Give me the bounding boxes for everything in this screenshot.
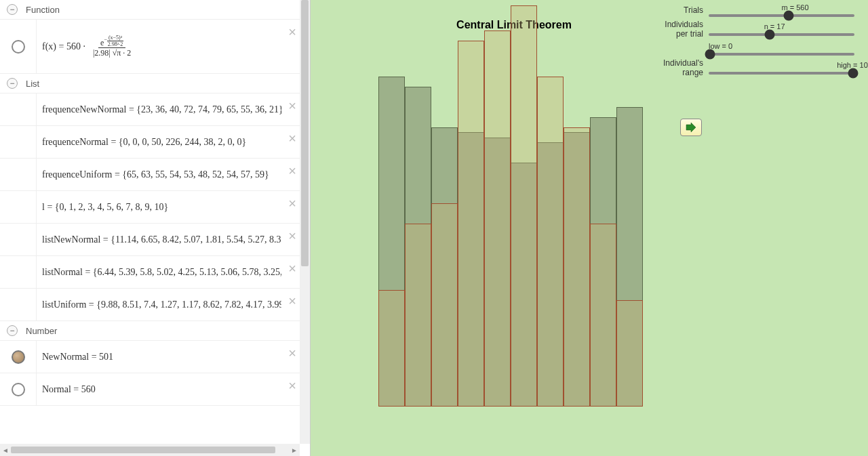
- list-expression: listUniform = {9.88, 8.51, 7.4, 1.27, 1.…: [37, 293, 281, 317]
- list-row[interactable]: listNormal = {6.44, 5.39, 5.8, 5.02, 4.2…: [0, 256, 302, 289]
- slider-track[interactable]: [709, 72, 854, 75]
- close-icon[interactable]: ×: [288, 196, 296, 210]
- list-row[interactable]: frequenceUniform = {65, 63, 55, 54, 53, …: [0, 159, 302, 191]
- number-expression: Normal = 560: [37, 377, 281, 402]
- list-row[interactable]: frequenceNewNormal = {23, 36, 40, 72, 74…: [0, 94, 302, 126]
- slider-high: Individual's range high = 10: [651, 58, 854, 77]
- slider-track[interactable]: [709, 53, 854, 56]
- close-icon[interactable]: ×: [288, 164, 296, 178]
- scrollbar-thumb[interactable]: [301, 0, 309, 266]
- close-icon[interactable]: ×: [288, 294, 296, 308]
- scroll-left-icon[interactable]: ◄: [0, 447, 11, 454]
- slider-trials: Trials m = 560: [651, 3, 854, 17]
- section-number-header[interactable]: − Number: [0, 321, 302, 341]
- close-icon[interactable]: ×: [288, 379, 296, 392]
- row-spacer: [0, 159, 37, 190]
- slider-label: Individual's range: [651, 58, 709, 77]
- graphics-view[interactable]: Central Limit Theorem Trials m = 560 Ind…: [311, 0, 868, 456]
- list-expression: l = {0, 1, 2, 3, 4, 5, 6, 7, 8, 9, 10}: [37, 195, 281, 220]
- bar-newnormal: [616, 300, 643, 407]
- bar-newnormal: [484, 30, 511, 407]
- close-icon[interactable]: ×: [288, 346, 296, 360]
- bar-newnormal: [511, 5, 537, 407]
- bar-newnormal: [405, 224, 431, 407]
- slider-thumb[interactable]: [765, 30, 775, 40]
- collapse-icon[interactable]: −: [7, 4, 18, 15]
- bar-newnormal: [537, 77, 564, 407]
- function-definition-row[interactable]: f(x) = 560 · e−(x−5)²2.98²·2 |2.98| √π ·…: [0, 20, 302, 74]
- list-expression: frequenceUniform = {65, 63, 55, 54, 53, …: [37, 163, 281, 187]
- number-row[interactable]: Normal = 560 ×: [0, 373, 302, 406]
- section-label: Number: [26, 326, 57, 336]
- close-icon[interactable]: ×: [288, 25, 296, 39]
- list-row[interactable]: l = {0, 1, 2, 3, 4, 5, 6, 7, 8, 9, 10} ×: [0, 191, 302, 224]
- slider-track[interactable]: [709, 33, 854, 36]
- slider-track[interactable]: [709, 14, 854, 17]
- bar-newnormal: [458, 41, 484, 407]
- scroll-right-icon[interactable]: ►: [289, 447, 300, 454]
- visibility-toggle[interactable]: [0, 373, 37, 405]
- play-button[interactable]: [680, 119, 702, 136]
- bar-newnormal: [564, 127, 590, 407]
- list-expression: listNormal = {6.44, 5.39, 5.8, 5.02, 4.2…: [37, 260, 281, 285]
- close-icon[interactable]: ×: [288, 99, 296, 112]
- slider-label: Trials: [651, 5, 709, 15]
- close-icon[interactable]: ×: [288, 131, 296, 145]
- visibility-toggle[interactable]: [0, 341, 37, 373]
- row-spacer: [0, 256, 37, 288]
- section-label: List: [26, 79, 39, 89]
- horizontal-scrollbar[interactable]: ◄ ►: [0, 444, 300, 456]
- section-function-header[interactable]: − Function: [0, 0, 302, 20]
- row-spacer: [0, 94, 37, 125]
- bar-newnormal: [431, 203, 458, 407]
- slider-individuals: Individuals per trial n = 17: [651, 20, 854, 39]
- histogram-chart: Central Limit Theorem: [378, 0, 643, 407]
- bar-newnormal: [378, 290, 405, 407]
- list-expression: frequenceNormal = {0, 0, 0, 50, 226, 244…: [37, 130, 281, 154]
- row-spacer: [0, 126, 37, 158]
- section-list-header[interactable]: − List: [0, 74, 302, 94]
- number-row[interactable]: NewNormal = 501 ×: [0, 341, 302, 373]
- visibility-toggle[interactable]: [0, 20, 37, 73]
- list-row[interactable]: listUniform = {9.88, 8.51, 7.4, 1.27, 1.…: [0, 289, 302, 321]
- collapse-icon[interactable]: −: [7, 78, 18, 89]
- function-formula: f(x) = 560 · e−(x−5)²2.98²·2 |2.98| √π ·…: [37, 28, 281, 66]
- list-expression: listNewNormal = {11.14, 6.65, 8.42, 5.07…: [37, 228, 281, 252]
- algebra-panel: − Function f(x) = 560 · e−(x−5)²2.98²·2 …: [0, 0, 311, 456]
- row-spacer: [0, 224, 37, 255]
- slider-controls: Trials m = 560 Individuals per trial n =…: [651, 3, 854, 80]
- number-expression: NewNormal = 501: [37, 345, 281, 369]
- bar-newnormal: [590, 224, 616, 407]
- list-row[interactable]: frequenceNormal = {0, 0, 0, 50, 226, 244…: [0, 126, 302, 159]
- row-spacer: [0, 191, 37, 223]
- list-row[interactable]: listNewNormal = {11.14, 6.65, 8.42, 5.07…: [0, 224, 302, 256]
- section-label: Function: [26, 5, 60, 15]
- slider-value: m = 560: [782, 3, 809, 12]
- slider-thumb[interactable]: [848, 68, 858, 78]
- collapse-icon[interactable]: −: [7, 325, 18, 336]
- close-icon[interactable]: ×: [288, 229, 296, 243]
- close-icon[interactable]: ×: [288, 262, 296, 275]
- arrow-right-icon: [686, 123, 696, 132]
- row-spacer: [0, 289, 37, 320]
- slider-label: Individuals per trial: [651, 20, 709, 39]
- slider-low: low = 0: [651, 42, 854, 56]
- scrollbar-thumb[interactable]: [11, 447, 275, 453]
- list-expression: frequenceNewNormal = {23, 36, 40, 72, 74…: [37, 98, 281, 122]
- vertical-scrollbar[interactable]: [300, 0, 310, 444]
